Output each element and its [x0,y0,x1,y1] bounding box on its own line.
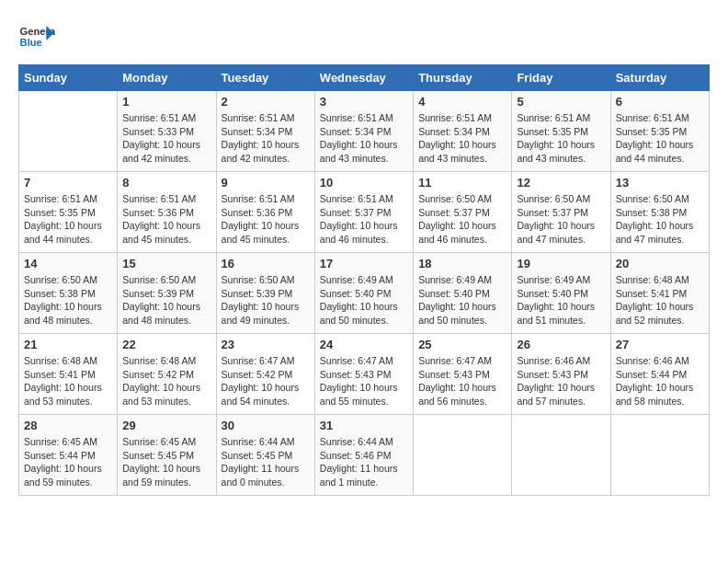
day-cell: 7Sunrise: 6:51 AM Sunset: 5:35 PM Daylig… [19,172,118,253]
logo: General Blue [18,18,59,55]
day-number: 4 [418,95,506,109]
weekday-header-thursday: Thursday [414,65,512,91]
day-cell: 23Sunrise: 6:47 AM Sunset: 5:42 PM Dayli… [216,334,314,415]
weekday-header-row: SundayMondayTuesdayWednesdayThursdayFrid… [19,65,710,91]
day-info: Sunrise: 6:51 AM Sunset: 5:35 PM Dayligh… [517,111,605,166]
day-number: 1 [122,95,210,109]
day-cell: 16Sunrise: 6:50 AM Sunset: 5:39 PM Dayli… [216,253,314,334]
day-cell: 9Sunrise: 6:51 AM Sunset: 5:36 PM Daylig… [216,172,314,253]
day-number: 18 [418,257,506,270]
weekday-header-sunday: Sunday [19,65,118,91]
day-number: 2 [222,95,310,109]
day-info: Sunrise: 6:48 AM Sunset: 5:42 PM Dayligh… [122,354,210,408]
weekday-header-friday: Friday [512,65,610,91]
day-cell: 22Sunrise: 6:48 AM Sunset: 5:42 PM Dayli… [118,334,216,415]
day-cell: 1Sunrise: 6:51 AM Sunset: 5:33 PM Daylig… [118,91,216,172]
day-info: Sunrise: 6:48 AM Sunset: 5:41 PM Dayligh… [616,273,704,327]
week-row-1: 1Sunrise: 6:51 AM Sunset: 5:33 PM Daylig… [19,91,710,172]
day-info: Sunrise: 6:50 AM Sunset: 5:37 PM Dayligh… [418,192,506,247]
day-number: 28 [24,419,112,432]
day-cell: 6Sunrise: 6:51 AM Sunset: 5:35 PM Daylig… [610,91,709,172]
day-cell: 11Sunrise: 6:50 AM Sunset: 5:37 PM Dayli… [414,172,512,253]
day-number: 20 [616,257,704,270]
day-number: 16 [222,257,310,270]
calendar-table: SundayMondayTuesdayWednesdayThursdayFrid… [18,64,710,496]
day-info: Sunrise: 6:51 AM Sunset: 5:33 PM Dayligh… [122,111,210,166]
day-cell: 27Sunrise: 6:46 AM Sunset: 5:44 PM Dayli… [610,334,709,415]
day-cell: 29Sunrise: 6:45 AM Sunset: 5:45 PM Dayli… [118,415,216,496]
day-number: 8 [122,176,210,190]
day-cell: 24Sunrise: 6:47 AM Sunset: 5:43 PM Dayli… [314,334,413,415]
day-info: Sunrise: 6:49 AM Sunset: 5:40 PM Dayligh… [320,273,408,327]
weekday-header-monday: Monday [118,65,216,91]
day-cell: 30Sunrise: 6:44 AM Sunset: 5:45 PM Dayli… [216,415,314,496]
day-number: 25 [418,338,506,351]
day-info: Sunrise: 6:47 AM Sunset: 5:43 PM Dayligh… [320,354,408,408]
day-number: 30 [222,419,310,432]
day-cell: 20Sunrise: 6:48 AM Sunset: 5:41 PM Dayli… [610,253,709,334]
day-number: 3 [320,95,408,109]
day-info: Sunrise: 6:51 AM Sunset: 5:36 PM Dayligh… [222,192,310,247]
day-info: Sunrise: 6:50 AM Sunset: 5:39 PM Dayligh… [122,273,210,327]
day-number: 19 [517,257,605,270]
day-number: 24 [320,338,408,351]
page-header: General Blue [18,18,710,55]
day-number: 29 [122,419,210,432]
weekday-header-saturday: Saturday [610,65,709,91]
day-cell: 18Sunrise: 6:49 AM Sunset: 5:40 PM Dayli… [414,253,512,334]
day-info: Sunrise: 6:51 AM Sunset: 5:34 PM Dayligh… [222,111,310,166]
day-cell: 8Sunrise: 6:51 AM Sunset: 5:36 PM Daylig… [118,172,216,253]
day-number: 15 [122,257,210,270]
week-row-5: 28Sunrise: 6:45 AM Sunset: 5:44 PM Dayli… [19,415,710,496]
day-info: Sunrise: 6:50 AM Sunset: 5:38 PM Dayligh… [616,192,704,247]
day-cell: 15Sunrise: 6:50 AM Sunset: 5:39 PM Dayli… [118,253,216,334]
day-number: 13 [616,176,704,190]
day-number: 12 [517,176,605,190]
day-cell: 12Sunrise: 6:50 AM Sunset: 5:37 PM Dayli… [512,172,610,253]
day-number: 6 [616,95,704,109]
day-info: Sunrise: 6:48 AM Sunset: 5:41 PM Dayligh… [24,354,112,408]
day-info: Sunrise: 6:44 AM Sunset: 5:45 PM Dayligh… [222,435,310,489]
week-row-2: 7Sunrise: 6:51 AM Sunset: 5:35 PM Daylig… [19,172,710,253]
day-info: Sunrise: 6:50 AM Sunset: 5:37 PM Dayligh… [517,192,605,247]
day-cell: 2Sunrise: 6:51 AM Sunset: 5:34 PM Daylig… [216,91,314,172]
calendar-body: 1Sunrise: 6:51 AM Sunset: 5:33 PM Daylig… [19,91,710,496]
day-info: Sunrise: 6:45 AM Sunset: 5:44 PM Dayligh… [24,435,112,489]
day-cell: 19Sunrise: 6:49 AM Sunset: 5:40 PM Dayli… [512,253,610,334]
day-info: Sunrise: 6:51 AM Sunset: 5:34 PM Dayligh… [418,111,506,166]
day-cell [610,415,709,496]
day-info: Sunrise: 6:49 AM Sunset: 5:40 PM Dayligh… [418,273,506,327]
week-row-3: 14Sunrise: 6:50 AM Sunset: 5:38 PM Dayli… [19,253,710,334]
day-number: 14 [24,257,112,270]
day-cell: 5Sunrise: 6:51 AM Sunset: 5:35 PM Daylig… [512,91,610,172]
day-info: Sunrise: 6:50 AM Sunset: 5:38 PM Dayligh… [24,273,112,327]
day-number: 11 [418,176,506,190]
day-info: Sunrise: 6:51 AM Sunset: 5:35 PM Dayligh… [616,111,704,166]
day-info: Sunrise: 6:51 AM Sunset: 5:37 PM Dayligh… [320,192,408,247]
day-info: Sunrise: 6:45 AM Sunset: 5:45 PM Dayligh… [122,435,210,489]
day-cell: 3Sunrise: 6:51 AM Sunset: 5:34 PM Daylig… [314,91,413,172]
day-number: 7 [24,176,112,190]
day-number: 9 [222,176,310,190]
day-number: 5 [517,95,605,109]
day-cell [512,415,610,496]
day-number: 21 [24,338,112,351]
logo-icon: General Blue [18,18,55,55]
day-cell: 25Sunrise: 6:47 AM Sunset: 5:43 PM Dayli… [414,334,512,415]
day-info: Sunrise: 6:50 AM Sunset: 5:39 PM Dayligh… [222,273,310,327]
day-info: Sunrise: 6:46 AM Sunset: 5:44 PM Dayligh… [616,354,704,408]
day-cell: 17Sunrise: 6:49 AM Sunset: 5:40 PM Dayli… [314,253,413,334]
day-number: 23 [222,338,310,351]
day-number: 27 [616,338,704,351]
day-info: Sunrise: 6:51 AM Sunset: 5:36 PM Dayligh… [122,192,210,247]
day-cell [414,415,512,496]
day-cell [19,91,118,172]
day-cell: 31Sunrise: 6:44 AM Sunset: 5:46 PM Dayli… [314,415,413,496]
day-info: Sunrise: 6:46 AM Sunset: 5:43 PM Dayligh… [517,354,605,408]
day-number: 26 [517,338,605,351]
day-info: Sunrise: 6:51 AM Sunset: 5:35 PM Dayligh… [24,192,112,247]
day-cell: 14Sunrise: 6:50 AM Sunset: 5:38 PM Dayli… [19,253,118,334]
week-row-4: 21Sunrise: 6:48 AM Sunset: 5:41 PM Dayli… [19,334,710,415]
day-cell: 13Sunrise: 6:50 AM Sunset: 5:38 PM Dayli… [610,172,709,253]
day-info: Sunrise: 6:47 AM Sunset: 5:43 PM Dayligh… [418,354,506,408]
